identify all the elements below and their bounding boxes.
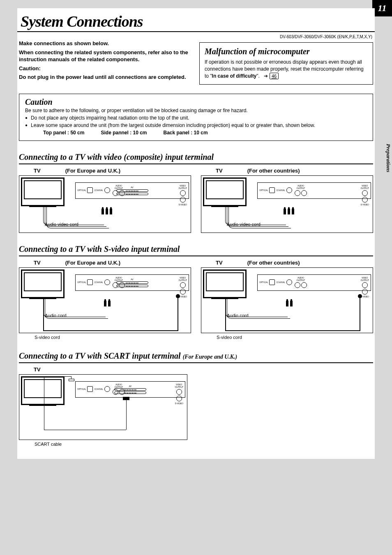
tv-label: TV xyxy=(34,168,41,174)
bullet-1-text: Do not place any objects impairing heat … xyxy=(31,114,189,122)
bullet-icon: ● xyxy=(25,122,28,129)
region-other-label: (For other countries) xyxy=(247,260,300,266)
bullet-2-text: Leave some space around the unit (from t… xyxy=(31,122,315,129)
caution-bullet-2: ● Leave some space around the unit (from… xyxy=(25,122,367,129)
section-scart: Connecting to a TV with SCART input term… xyxy=(19,351,373,447)
caution-bullet-1: ● Do not place any objects impairing hea… xyxy=(25,114,367,122)
tv-base xyxy=(29,403,56,406)
malfunction-body-bold: In case of difficulty xyxy=(212,73,257,79)
audio-cord-label: Audio cord xyxy=(227,313,249,318)
intro-text: Make connections as shown below. When co… xyxy=(19,40,193,81)
composite-diagram-eu: TV (For Europe and U.K.) OPTICAL COAXIAL… xyxy=(19,168,191,233)
section-composite-title: Connecting to a TV with video (composite… xyxy=(19,152,373,164)
tv-label: TV xyxy=(216,168,223,174)
caution-box-title: Caution xyxy=(25,97,367,107)
caution-text: Do not plug in the power lead until all … xyxy=(19,74,193,81)
rear-panel-icon: OPTICAL COAXIAL AUDIOOUTPUT AV ▮▮▮▮▮▮▮▮ … xyxy=(75,274,189,291)
tv-label: TV xyxy=(34,366,41,373)
region-eu-label: (For Europe and U.K.) xyxy=(65,260,120,266)
caution-box: Caution Be sure to adhere to the followi… xyxy=(19,94,373,141)
scart-cable-label: SCART cable xyxy=(35,442,187,447)
diagram-box: OPTICAL COAXIAL AUDIOOUTPUT AV ▮▮▮▮▮▮▮▮ … xyxy=(19,374,187,440)
title-row: System Connections xyxy=(17,12,375,32)
diagram-box: OPTICAL COAXIAL AUDIOOUTPUT AV ▮▮▮▮▮▮▮▮ … xyxy=(19,267,191,333)
intro-line-2: When connecting the related system compo… xyxy=(19,49,193,63)
rear-panel-icon: OPTICAL COAXIAL AUDIOOUTPUT VIDEOOUTPUT … xyxy=(257,274,371,291)
page-number: 11 xyxy=(372,0,392,16)
scart-title-main: Connecting to a TV with SCART input term… xyxy=(19,351,181,360)
arrow-icon: ➔ xyxy=(264,73,268,80)
section-svideo-title: Connecting to a TV with S-video input te… xyxy=(19,244,373,256)
malfunction-body-post: ". xyxy=(256,73,260,79)
svideo-diagram-other: TV (For other countries) OPTICAL COAXIAL… xyxy=(201,260,373,340)
section-scart-title: Connecting to a TV with SCART input term… xyxy=(19,351,373,363)
bullet-icon: ● xyxy=(25,114,28,122)
rear-panel-icon: OPTICAL COAXIAL AUDIOOUTPUT AV ▮▮▮▮▮▮▮▮ … xyxy=(75,381,185,398)
spacing-row: Top panel : 50 cm Side pannel : 10 cm Ba… xyxy=(25,129,367,136)
rear-panel-icon: OPTICAL COAXIAL AUDIOOUTPUT VIDEOOUTPUT … xyxy=(257,182,371,199)
spacing-top: Top panel : 50 cm xyxy=(43,129,84,136)
tv-icon xyxy=(21,269,65,298)
tv-icon xyxy=(203,177,247,206)
scart-diagram: TV OPTICAL COAXIAL AUDIOOUTPUT xyxy=(19,366,187,447)
diagram-box: OPTICAL COAXIAL AUDIOOUTPUT VIDEOOUTPUT … xyxy=(201,267,373,333)
tv-icon xyxy=(21,376,65,405)
tv-icon xyxy=(21,177,65,206)
diagram-box: OPTICAL COAXIAL AUDIOOUTPUT AV ▮▮▮▮▮▮▮▮ … xyxy=(19,175,191,233)
page-reference: ➔ 46 xyxy=(264,73,279,80)
diagram-box: OPTICAL COAXIAL AUDIOOUTPUT VIDEOOUTPUT … xyxy=(201,175,373,233)
malfunction-body: If operation is not possible or erroneou… xyxy=(205,59,368,79)
malfunction-title: Malfunction of microcomputer xyxy=(205,47,368,56)
spacing-back: Back panel : 10 cm xyxy=(164,129,208,136)
region-other-label: (For other countries) xyxy=(247,168,300,174)
model-identifier: DV-603/DVF-3060/DVF-3060K (EN/K,P,E,T,M,… xyxy=(17,35,372,39)
caution-lead: Be sure to adhere to the following, or p… xyxy=(25,107,367,114)
region-eu-label: (For Europe and U.K.) xyxy=(65,168,120,174)
cord-label: Audio video cord xyxy=(45,222,78,227)
page-ref-number: 46 xyxy=(270,73,279,79)
caution-label: Caution: xyxy=(19,65,193,72)
audio-cord-label: Audio cord xyxy=(45,313,67,318)
cord-label: Audio video cord xyxy=(227,222,261,227)
tv-icon xyxy=(203,269,247,298)
composite-diagram-other: TV (For other countries) OPTICAL COAXIAL… xyxy=(201,168,373,233)
page-title: System Connections xyxy=(21,13,143,30)
svideo-diagram-eu: TV (For Europe and U.K.) OPTICAL COAXIAL… xyxy=(19,260,191,340)
spacing-side: Side pannel : 10 cm xyxy=(101,129,147,136)
side-tab-preparations: Preparations xyxy=(385,136,392,181)
tv-label: TV xyxy=(34,260,41,266)
scart-title-sub: (For Europe and U.K.) xyxy=(183,354,238,360)
section-svideo: Connecting to a TV with S-video input te… xyxy=(19,244,373,340)
section-composite: Connecting to a TV with video (composite… xyxy=(19,152,373,233)
intro-line-1: Make connections as shown below. xyxy=(19,40,193,47)
tv-label: TV xyxy=(216,260,223,266)
svideo-cord-label: S-video cord xyxy=(217,335,373,340)
malfunction-box: Malfunction of microcomputer If operatio… xyxy=(199,42,373,85)
rear-panel-icon: OPTICAL COAXIAL AUDIOOUTPUT AV ▮▮▮▮▮▮▮▮ … xyxy=(75,182,189,199)
svideo-cord-label: S-video cord xyxy=(35,335,191,340)
